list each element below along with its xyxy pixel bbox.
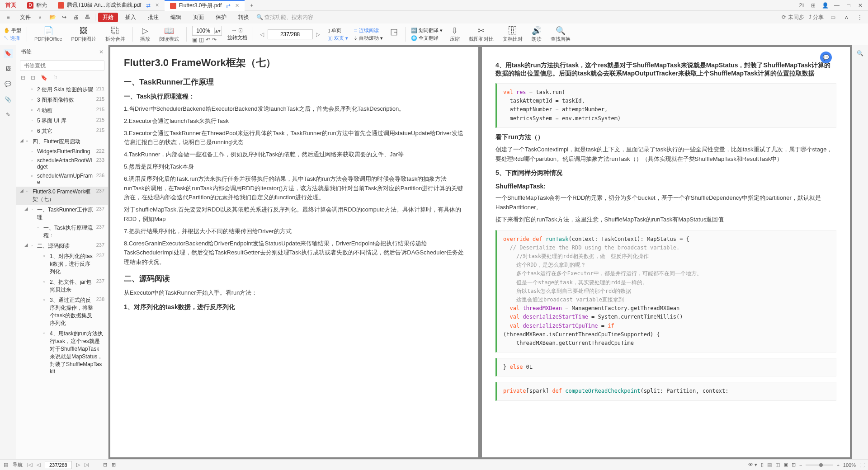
select-tool[interactable]: ↖ 选择 (4, 35, 21, 42)
user-icon[interactable]: 👤 (821, 1, 829, 9)
read-aloud-button[interactable]: 🔊朗读 (530, 25, 543, 43)
fit-icon[interactable]: ⊡ (792, 462, 796, 468)
bookmark-item[interactable]: ▫1、对序列化的task数据，进行反序列化237 (16, 251, 108, 277)
fullscreen-icon[interactable]: ⛶ (859, 462, 864, 468)
zoom-in-icon[interactable]: + (836, 462, 839, 468)
close-icon[interactable]: ✕ (155, 2, 159, 8)
print-settings-icon[interactable]: 🖶 (83, 13, 92, 22)
bookmark-item[interactable]: ▫scheduleWarmUpFrame236 (16, 171, 108, 187)
single-page-button[interactable]: ▯ 单页 (327, 27, 348, 34)
unsync-label[interactable]: ⟳ 未同步 (782, 14, 804, 21)
crop-icon[interactable]: ▣ (192, 37, 197, 43)
zoom-slider[interactable] (806, 465, 833, 465)
bookmark-icon[interactable]: 🔖 (4, 49, 13, 58)
menu-search[interactable]: 🔍 查找功能、搜索内容 (256, 14, 313, 21)
zoom-value[interactable]: 100% (843, 462, 856, 468)
layout2-icon[interactable]: ▤ (767, 462, 772, 468)
pdf-to-image-button[interactable]: 🖼PDF转图片 (70, 25, 98, 43)
play-button[interactable]: ▷播放 (138, 25, 152, 43)
bookmark-item[interactable]: ▫2 使用 Skia 绘图的步骤211 (16, 85, 108, 95)
open-icon[interactable]: 📂 (48, 13, 57, 22)
bookmark-item[interactable]: ▫一、Task执行原理流程：237 (16, 223, 108, 241)
maximize-icon[interactable]: □ (844, 1, 853, 9)
menu-protect[interactable]: 保护 (211, 13, 231, 22)
status-page-input[interactable] (45, 461, 72, 469)
split-merge-button[interactable]: ⿻拆分合并 (104, 25, 127, 43)
continuous-read-button[interactable]: ≣ 连续阅读 (354, 27, 383, 34)
text-compare-button[interactable]: ⿲文档比对 (501, 25, 524, 43)
bookmark-item[interactable]: ▫3 图形图像特效215 (16, 95, 108, 105)
zoom-in-status-icon[interactable]: ⊞ (112, 462, 116, 468)
attachment-icon[interactable]: 📎 (4, 95, 13, 104)
close-icon[interactable]: ✕ (235, 3, 239, 9)
close-sidebar-icon[interactable]: ✕ (99, 49, 104, 55)
transfer-icon[interactable]: ⇄ (226, 3, 231, 9)
layout1-icon[interactable]: ▯ (761, 462, 764, 468)
last-page-icon[interactable]: ▷| (85, 462, 90, 468)
fit-width-icon[interactable]: ↔ (231, 27, 237, 33)
document-area[interactable]: 💬 Flutter3.0 FrameWork框架（七） 一、TaskRunner… (108, 45, 852, 459)
bookmark-item[interactable]: ▫3、通过正式的反序列化操作，将整个task的数据集反序列化238 (16, 295, 108, 329)
next-page-icon[interactable]: ▷ (76, 462, 80, 468)
read-mode-button[interactable]: 📖阅读模式 (157, 25, 181, 43)
bookmark-item[interactable]: ◢▫四、Flutter应用启动 (16, 136, 108, 147)
layout3-icon[interactable]: ◫ (775, 462, 780, 468)
menu-start[interactable]: 开始 (98, 13, 118, 22)
bookmark-item[interactable]: ▫4 动画215 (16, 105, 108, 116)
bookmark-item[interactable]: ◢▫一、TaskRunner工作原理237 (16, 205, 108, 223)
layout4-icon[interactable]: ▣ (783, 462, 788, 468)
share-button[interactable]: ⤴ 分享 (809, 14, 824, 21)
transfer-icon[interactable]: ⇄ (146, 2, 151, 9)
more-icon[interactable]: ⋮ (855, 13, 864, 22)
menu-page[interactable]: 页面 (189, 13, 208, 22)
file-menu[interactable]: 文件 (15, 13, 35, 22)
find-replace-button[interactable]: 🔍查找替换 (549, 25, 572, 43)
rotate-left-icon[interactable]: ↶ (206, 37, 210, 43)
nav-label[interactable]: 导航 (13, 461, 23, 468)
crop2-icon[interactable]: ◫ (199, 37, 204, 43)
bookmark-item[interactable]: ▫scheduleAttachRootWidget233 (16, 156, 108, 171)
bookmark-item[interactable]: ◢▫Flutter3.0 FrameWork框架（七）237 (16, 187, 108, 205)
bookmark-item[interactable]: ▫2、把文件、jar包拷贝过来237 (16, 277, 108, 295)
prev-page-button[interactable]: ◁ (259, 31, 266, 38)
next-page-button[interactable]: ▷ (315, 31, 322, 38)
menu-annotate[interactable]: 批注 (143, 13, 163, 22)
page-input[interactable] (268, 29, 313, 39)
thumbnails-icon[interactable]: 🖼 (4, 64, 13, 73)
comment-icon[interactable]: 💬 (4, 80, 13, 89)
bookmark-flag-icon[interactable]: ⚐ (53, 75, 58, 81)
menu-convert[interactable]: 转换 (234, 13, 254, 22)
screenshot-button[interactable]: ✂截图和对比 (467, 25, 495, 43)
layout-icon[interactable]: ▭ (828, 13, 837, 22)
zoom-out-icon[interactable]: − (799, 462, 802, 468)
bookmark-item[interactable]: ▫4、用task的run方法执行task，这个res就是对于ShuffleMap… (16, 329, 108, 376)
fit-page-icon[interactable]: ⊡ (238, 27, 243, 33)
expand-icon[interactable]: ⊟ (21, 75, 25, 81)
double-page-button[interactable]: ▯▯ 双页 ▾ (327, 35, 348, 42)
chevron-up-icon[interactable]: ∧ (842, 13, 851, 22)
bookmark-item[interactable]: ▫6 其它215 (16, 126, 108, 136)
tab-file-2[interactable]: Flutter3.0手册.pdf⇄✕ (165, 0, 245, 11)
print-icon[interactable]: 🖨 (71, 13, 80, 22)
tab-file-1[interactable]: 腾讯T10级 An...师成长曲线.pdf⇄✕ (52, 0, 165, 11)
bookmark-search-input[interactable] (20, 60, 104, 71)
tab-app[interactable]: D稻壳 (22, 0, 52, 11)
floating-chat-icon[interactable]: 💬 (820, 52, 832, 63)
grid-icon[interactable]: ⊞ (809, 1, 817, 9)
pdf-to-office-button[interactable]: 📄PDF转Office (33, 25, 64, 43)
full-translate-button[interactable]: 🌐 全文翻译 (411, 35, 443, 42)
bookmark-item[interactable]: ◢▫二、源码阅读237 (16, 241, 108, 251)
word-translate-button[interactable]: 🔤 划词翻译 ▾ (411, 27, 443, 34)
zoom-input[interactable]: ▴▾ (192, 26, 222, 36)
minimize-icon[interactable]: — (833, 1, 841, 9)
page-view-button[interactable]: ◲ (388, 26, 400, 43)
bookmark-item[interactable]: ▫5 界面 UI 库215 (16, 116, 108, 126)
arrow-icon[interactable]: ↪ (60, 13, 69, 22)
eye-icon[interactable]: 👁 ▾ (748, 462, 757, 468)
menu-edit[interactable]: 编辑 (166, 13, 186, 22)
new-tab-button[interactable]: + (245, 0, 259, 11)
collapse-icon[interactable]: ⊡ (31, 75, 35, 81)
compress-button[interactable]: ⇩压缩 (448, 25, 462, 43)
prev-page-icon[interactable]: ◁ (37, 462, 40, 468)
first-page-icon[interactable]: |◁ (27, 462, 32, 468)
